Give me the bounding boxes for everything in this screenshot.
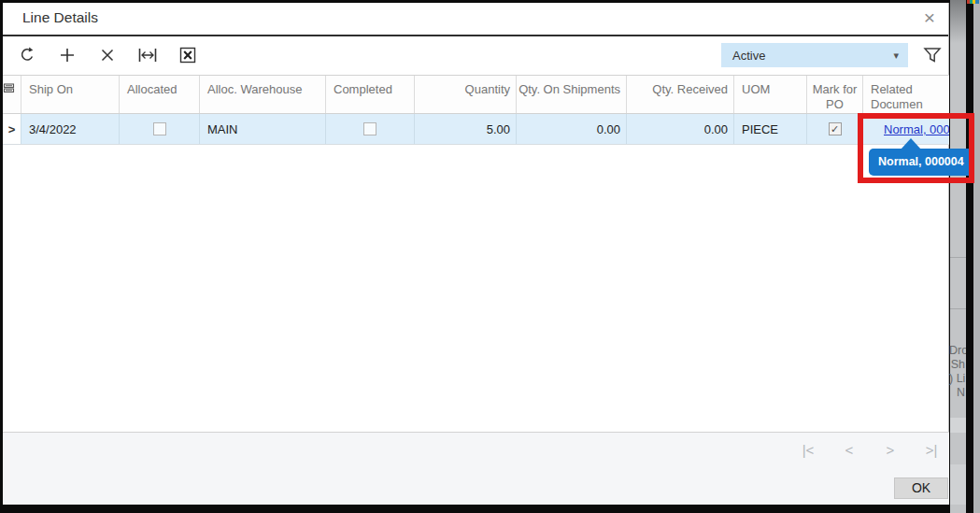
background-text-fragment: N (949, 386, 965, 400)
background-far-column (973, 0, 980, 513)
previous-page-icon[interactable]: < (843, 442, 856, 458)
background-scrollbar (950, 0, 966, 43)
column-header-quantity[interactable]: Quantity (414, 76, 516, 113)
cell-qty-on-shipments[interactable]: 0.00 (516, 114, 626, 144)
column-header-allocated[interactable]: Allocated (119, 76, 199, 113)
grid-settings-icon (3, 82, 21, 95)
line-details-dialog: Line Details × (3, 3, 949, 505)
plus-icon (59, 47, 76, 64)
filter-dropdown[interactable]: Active ▾ (721, 43, 908, 67)
filter-dropdown-value: Active (721, 49, 893, 63)
column-header-mark-for-po[interactable]: Mark for PO (806, 76, 862, 113)
column-header-qty-on-shipments[interactable]: Qty. On Shipments (516, 76, 626, 113)
filter-settings-button[interactable] (920, 43, 944, 67)
column-header-qty-received[interactable]: Qty. Received (626, 76, 733, 113)
column-header-related-document[interactable]: Related Documen (862, 76, 949, 113)
background-band (950, 464, 966, 505)
background-text-fragment: ) Li (949, 372, 965, 386)
refresh-icon (18, 46, 36, 64)
background-text-fragment: Sh (949, 358, 965, 372)
grid-toolbar: Active ▾ (3, 36, 948, 75)
delete-row-button[interactable] (96, 42, 119, 68)
grid-header-row: Ship On Allocated Alloc. Warehouse Compl… (3, 75, 949, 114)
mark-for-po-checkbox[interactable]: ✓ (829, 122, 842, 135)
row-expander-arrow: > (3, 122, 21, 136)
excel-export-icon (179, 47, 196, 64)
table-row[interactable]: > 3/4/2022 ✓ MAIN ✓ 5.00 0.00 0.00 PIECE… (3, 114, 949, 145)
completed-checkbox[interactable]: ✓ (363, 122, 376, 135)
background-divider (950, 308, 966, 309)
background-divider (950, 257, 966, 258)
next-page-icon[interactable]: > (884, 442, 897, 458)
dialog-titlebar: Line Details × (3, 3, 948, 35)
check-icon: ✓ (831, 123, 839, 135)
cell-alloc-warehouse[interactable]: MAIN (199, 114, 325, 144)
pagination: |< < > >| (802, 442, 938, 458)
frame-border-right (966, 0, 973, 513)
cell-mark-for-po: ✓ (806, 114, 862, 144)
cell-allocated: ✓ (119, 114, 199, 144)
highlight-red-box (858, 113, 974, 183)
chevron-down-icon: ▾ (893, 50, 908, 62)
dialog-title: Line Details (22, 9, 98, 26)
fit-width-icon (137, 47, 158, 64)
screenshot-stage: Dro Sh ) Li N Line Details × (0, 0, 980, 513)
allocated-checkbox[interactable]: ✓ (153, 122, 166, 135)
column-header-ship-on[interactable]: Ship On (21, 76, 119, 113)
close-icon[interactable]: × (918, 6, 941, 30)
dialog-footer: |< < > >| OK (3, 433, 949, 505)
row-expander-cell[interactable]: > (3, 114, 21, 144)
last-page-icon[interactable]: >| (925, 442, 938, 458)
header-row-settings[interactable] (3, 76, 21, 113)
export-excel-button[interactable] (177, 42, 199, 68)
cell-quantity[interactable]: 5.00 (414, 114, 516, 144)
fit-to-screen-button[interactable] (136, 42, 159, 68)
background-text-fragment: Dro (949, 344, 965, 358)
add-row-button[interactable] (56, 42, 78, 68)
funnel-icon (922, 46, 943, 64)
cell-completed: ✓ (325, 114, 414, 144)
column-header-uom[interactable]: UOM (733, 76, 806, 113)
delete-x-icon (100, 48, 115, 63)
refresh-button[interactable] (16, 42, 38, 68)
cell-uom[interactable]: PIECE (733, 114, 806, 144)
first-page-icon[interactable]: |< (802, 442, 815, 458)
cell-qty-received[interactable]: 0.00 (626, 114, 733, 144)
ok-button[interactable]: OK (894, 477, 948, 499)
column-header-completed[interactable]: Completed (325, 76, 414, 113)
background-browser-pixels (967, 0, 979, 4)
background-page-strip: Dro Sh ) Li N (950, 0, 966, 513)
background-band (950, 418, 966, 433)
column-header-alloc-warehouse[interactable]: Alloc. Warehouse (199, 76, 325, 113)
cell-ship-on[interactable]: 3/4/2022 (21, 114, 119, 144)
